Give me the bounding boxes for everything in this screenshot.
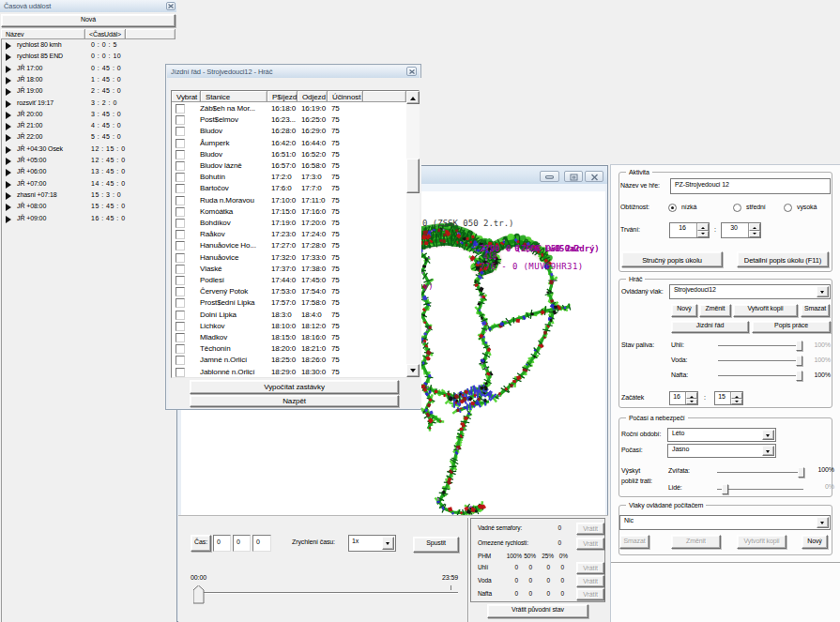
event-row[interactable]: JŘ +05:00 12 : 45 : 0 (2, 157, 176, 168)
vratit-button[interactable]: Vrátit (576, 562, 604, 574)
event-row[interactable]: JŘ 18:00 1 : 45 : 0 (2, 76, 176, 87)
row-checkbox[interactable] (176, 298, 185, 308)
timetable-row[interactable]: Lichkov 18:10:0 18:12:0 75 (172, 322, 406, 333)
scroll-thumb[interactable] (406, 159, 420, 193)
row-checkbox[interactable] (176, 241, 185, 250)
back-button[interactable]: Nazpět (190, 395, 399, 407)
event-row[interactable]: JŘ 20:00 3 : 45 : 0 (2, 111, 176, 122)
vratit-button[interactable]: Vrátit (576, 523, 604, 535)
time-hours-field[interactable]: 0 (213, 535, 231, 552)
event-row[interactable]: JŘ 21:00 4 : 45 : 0 (2, 122, 176, 133)
difficulty-option-label[interactable]: střední (746, 204, 766, 210)
ai-train-combobox[interactable]: Nic (619, 515, 831, 530)
ai-nový-button[interactable]: Nový (802, 535, 828, 549)
timetable-row[interactable]: Bohdíkov 17:19:0 17:20:0 75 (172, 219, 406, 230)
event-row[interactable]: zhasni +07:18 15 : 3 : 0 (2, 191, 176, 203)
timetable-row[interactable]: Åumperk 16:42:0 16:44:0 75 (172, 139, 406, 150)
timeline-slider-track[interactable] (195, 592, 458, 594)
tt-col-odjezd[interactable]: Odjezd (298, 91, 328, 102)
time-button[interactable]: Čas: (191, 535, 211, 552)
timetable-row[interactable]: Post$elmov 16:23... 16:25:0 75 (172, 115, 406, 127)
event-window-titlebar[interactable]: Časová událost (0, 0, 176, 12)
difficulty-radio-vysoká[interactable] (784, 204, 792, 212)
scroll-up-button[interactable] (406, 91, 420, 104)
event-row[interactable]: JŘ 22:00 5 : 45 : 0 (2, 133, 176, 144)
timetable-row[interactable]: Dolní Lipka 18:3:0 18:4:0 75 (172, 311, 406, 322)
accel-combobox[interactable]: 1x (348, 535, 396, 552)
fuel-slider-track[interactable] (718, 375, 802, 377)
event-row[interactable]: JŘ +06:00 13 : 45 : 0 (2, 168, 176, 179)
new-event-button[interactable]: Nová (1, 14, 176, 27)
row-checkbox[interactable] (176, 184, 185, 193)
maximize-button[interactable] (564, 171, 583, 182)
timetable-row[interactable]: Podlesí 17:44:0 17:45:0 75 (172, 276, 406, 287)
difficulty-radio-střední[interactable] (733, 204, 741, 212)
accel-combo-arrow[interactable] (382, 537, 394, 550)
start-hours-spinner[interactable]: 16 (669, 391, 698, 405)
fuel-slider-track[interactable] (718, 360, 802, 362)
animals-slider-track[interactable] (717, 472, 803, 474)
row-checkbox[interactable] (176, 311, 185, 320)
event-row[interactable]: rychlost 85 END 0 : 0 : 10 (2, 53, 176, 64)
vratit-button[interactable]: Vrátit (576, 588, 604, 600)
ai-vytvořit-kopii-button[interactable]: Vytvořit kopii (737, 535, 787, 549)
new-train-button[interactable]: Nový (671, 304, 697, 317)
time-minutes-field[interactable]: 0 (233, 535, 251, 552)
delete-train-button[interactable]: Smazat (801, 304, 830, 317)
row-checkbox[interactable] (176, 230, 185, 239)
row-checkbox[interactable] (176, 344, 185, 354)
row-checkbox[interactable] (176, 356, 185, 365)
close-button[interactable] (585, 171, 603, 182)
tt-scrollbar[interactable] (406, 91, 420, 377)
row-checkbox[interactable] (176, 196, 185, 205)
timetable-row[interactable]: Prost$ední Lipka 17:57:0 17:58:0 75 (172, 298, 406, 310)
timetable-button[interactable]: Jízdní řád (671, 321, 749, 333)
timetable-row[interactable]: Záb$eh na Mor... 16:18:0 16:19:0 75 (172, 104, 406, 115)
row-checkbox[interactable] (176, 276, 185, 285)
timetable-window-titlebar[interactable]: Jízdní řád - Strojvedouci12 - Hráč (167, 66, 420, 78)
spin-up[interactable] (749, 223, 760, 231)
event-col-time[interactable]: <ČasUdál> (85, 29, 126, 39)
timetable-row[interactable]: Bartoĉov 17:6:0 17:7:0 75 (172, 184, 406, 195)
row-checkbox[interactable] (176, 322, 185, 331)
row-checkbox[interactable] (176, 150, 185, 159)
row-checkbox[interactable] (176, 368, 185, 377)
animals-slider-thumb[interactable] (798, 467, 804, 478)
row-checkbox[interactable] (176, 115, 185, 125)
event-row[interactable]: JŘ +09:00 16 : 45 : 0 (2, 215, 176, 226)
season-combobox[interactable]: Léto (667, 428, 776, 442)
timetable-row[interactable]: Jablonné n.Orlicí 18:29:0 18:30:0 75 (172, 368, 406, 377)
timetable-row[interactable]: Bohutín 17:2:0 17:3:0 75 (172, 173, 406, 184)
fuel-slider-thumb[interactable] (796, 356, 802, 366)
event-row[interactable]: JŘ 17:00 0 : 45 : 0 (2, 65, 176, 76)
event-row[interactable]: JŘ +07:00 14 : 45 : 0 (2, 180, 176, 191)
spin-down[interactable] (749, 231, 760, 238)
timetable-row[interactable]: Vlaské 17:37:0 17:38:0 75 (172, 265, 406, 276)
ai-smazat-button[interactable]: Smazat (619, 535, 649, 549)
tt-col-prijezd[interactable]: P$íjezd (267, 91, 298, 102)
timetable-row[interactable]: Ruda n.Moravou 17:10:0 17:11:0 75 (172, 196, 406, 207)
timetable-row[interactable]: Bludov 16:28:0 16:29:0 75 (172, 127, 406, 138)
spin-down[interactable] (697, 231, 709, 238)
spin-down[interactable] (686, 399, 697, 405)
people-slider-track[interactable] (717, 489, 803, 491)
event-row[interactable]: rozsviť 19:17 3 : 2 : 0 (2, 99, 176, 111)
start-button[interactable]: Spustit (413, 537, 459, 553)
restore-button[interactable]: Vrátit původní stav (487, 604, 588, 618)
fuel-slider-track[interactable] (718, 345, 802, 347)
weather-combo-arrow[interactable] (762, 446, 774, 456)
row-checkbox[interactable] (176, 127, 185, 136)
weather-combobox[interactable]: Jasno (667, 444, 776, 458)
timetable-row[interactable]: Raåkov 17:23:0 17:24:0 75 (172, 230, 406, 241)
time-seconds-field[interactable]: 0 (252, 535, 271, 552)
timetable-row[interactable]: Komòátka 17:15:0 17:16:0 75 (172, 207, 406, 219)
duration-hours-spinner[interactable]: 16 (669, 222, 710, 238)
row-checkbox[interactable] (176, 333, 185, 342)
timetable-row[interactable]: Jamné n.Orlicí 18:25:0 18:26:0 75 (172, 356, 406, 367)
tt-col-vybrat[interactable]: Vybrat (172, 91, 201, 102)
timetable-row[interactable]: Těchonín 18:20:0 18:21:0 75 (172, 344, 406, 356)
brief-desc-button[interactable]: Stručný popis úkolu (621, 251, 723, 267)
scroll-down-button[interactable] (406, 364, 420, 377)
difficulty-option-label[interactable]: vysoká (797, 204, 817, 210)
event-row[interactable]: rychlost 80 kmh 0 : 0 : 5 (2, 41, 176, 53)
